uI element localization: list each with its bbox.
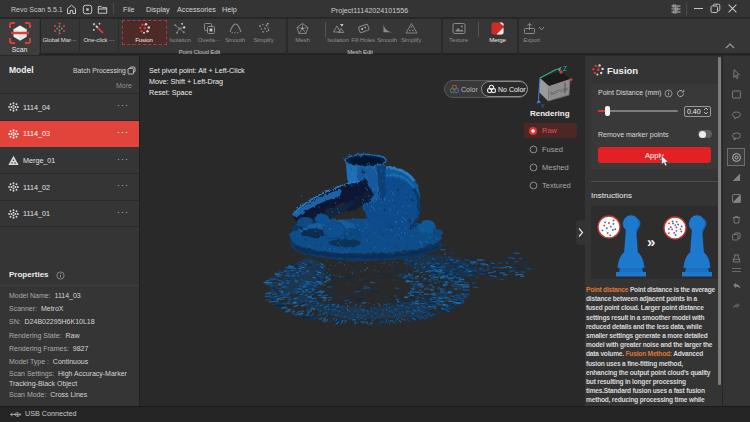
svg-text:Z: Z (563, 65, 567, 72)
svg-text:»: » (647, 233, 655, 250)
